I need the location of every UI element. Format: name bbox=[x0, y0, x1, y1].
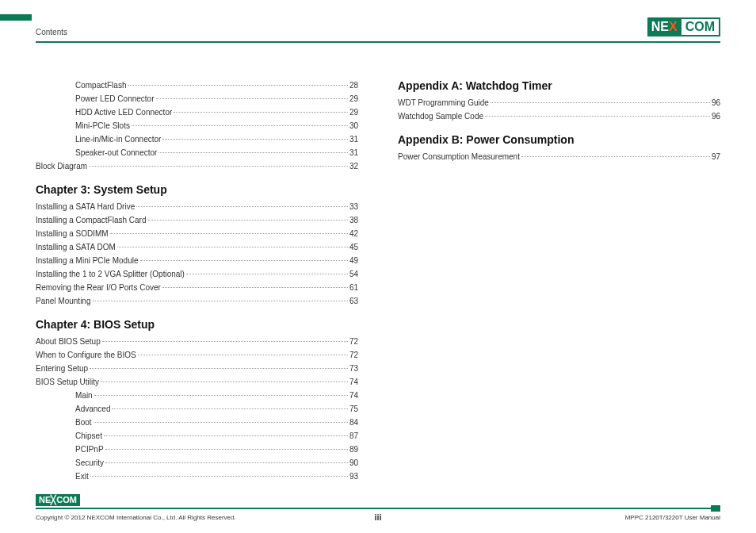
toc-entry[interactable]: BIOS Setup Utility74 bbox=[36, 376, 358, 388]
toc-leader-dots bbox=[162, 139, 347, 140]
toc-leader-dots bbox=[101, 382, 348, 382]
toc-leader-dots bbox=[94, 422, 348, 423]
toc-entry-page: 31 bbox=[349, 147, 358, 159]
toc-leader-dots bbox=[156, 98, 348, 99]
toc-entry[interactable]: Block Diagram32 bbox=[36, 160, 358, 172]
footer-logo: NE╳COM bbox=[36, 494, 80, 506]
toc-entry-label: Watchdog Sample Code bbox=[398, 110, 483, 122]
toc-entry-page: 38 bbox=[349, 214, 358, 226]
toc-entry[interactable]: About BIOS Setup72 bbox=[36, 336, 358, 347]
toc-entry[interactable]: Panel Mounting63 bbox=[36, 295, 358, 307]
toc-entry[interactable]: Security90 bbox=[36, 457, 358, 469]
toc-leader-dots bbox=[148, 220, 348, 220]
toc-entry-label: Installing a CompactFlash Card bbox=[36, 214, 147, 226]
toc-entry-label: Boot bbox=[75, 416, 92, 428]
toc-leader-dots bbox=[94, 395, 348, 396]
toc-entry-page: 30 bbox=[349, 120, 358, 132]
logo-right: COM bbox=[682, 17, 720, 36]
toc-entry-label: Exit bbox=[75, 470, 89, 482]
footer-copyright: Copyright © 2012 NEXCOM International Co… bbox=[36, 514, 264, 521]
toc-entry-page: 72 bbox=[349, 336, 358, 347]
toc-entry[interactable]: Installing the 1 to 2 VGA Splitter (Opti… bbox=[36, 268, 358, 280]
toc-entry-page: 84 bbox=[349, 416, 358, 428]
toc-entry[interactable]: Advanced75 bbox=[36, 403, 358, 415]
toc-leader-dots bbox=[105, 462, 348, 463]
toc-entry[interactable]: Chipset87 bbox=[36, 430, 358, 442]
toc-leader-dots bbox=[138, 355, 348, 355]
toc-entry-label: Mini-PCIe Slots bbox=[75, 120, 130, 132]
toc-entry-label: Line-in/Mic-in Connector bbox=[75, 133, 161, 145]
toc-entry[interactable]: Exit93 bbox=[36, 470, 358, 482]
toc-entry[interactable]: Installing a CompactFlash Card38 bbox=[36, 214, 358, 226]
toc-entry-page: 29 bbox=[349, 106, 358, 118]
heading-appendix-a: Appendix A: Watchdog Timer bbox=[398, 79, 720, 92]
toc-entry-label: About BIOS Setup bbox=[36, 336, 101, 347]
toc-entry[interactable]: Entering Setup73 bbox=[36, 362, 358, 374]
toc-entry[interactable]: Removing the Rear I/O Ports Cover61 bbox=[36, 282, 358, 293]
toc-entry-page: 63 bbox=[349, 295, 358, 307]
toc-entry-page: 75 bbox=[349, 403, 358, 415]
toc-entry-label: Panel Mounting bbox=[36, 295, 91, 307]
toc-entry[interactable]: Mini-PCIe Slots30 bbox=[36, 120, 358, 132]
toc-entry[interactable]: Boot84 bbox=[36, 416, 358, 428]
footer-manual-name: MPPC 2120T/3220T User Manual bbox=[492, 514, 720, 521]
toc-entry-label: Security bbox=[75, 457, 104, 469]
toc-entry[interactable]: Speaker-out Connector31 bbox=[36, 147, 358, 159]
toc-entry-page: 93 bbox=[349, 470, 358, 482]
toc-entry-page: 96 bbox=[712, 110, 720, 122]
brand-logo: NEX COM bbox=[647, 17, 720, 36]
toc-entry[interactable]: Installing a Mini PCIe Module49 bbox=[36, 255, 358, 266]
toc-leader-dots bbox=[128, 85, 347, 86]
toc-entry-label: CompactFlash bbox=[75, 79, 126, 91]
toc-entry-page: 97 bbox=[712, 151, 720, 163]
toc-entry-page: 49 bbox=[349, 255, 358, 266]
toc-entry[interactable]: Line-in/Mic-in Connector31 bbox=[36, 133, 358, 145]
toc-entry-label: Power LED Connector bbox=[75, 93, 155, 105]
toc-entry-label: PCIPnP bbox=[75, 443, 104, 455]
toc-entry-label: Advanced bbox=[75, 403, 110, 415]
heading-chapter-4: Chapter 4: BIOS Setup bbox=[36, 318, 358, 331]
toc-entry-page: 96 bbox=[712, 97, 720, 109]
toc-entry[interactable]: Main74 bbox=[36, 389, 358, 401]
toc-entry-page: 90 bbox=[349, 457, 358, 469]
toc-entry-label: BIOS Setup Utility bbox=[36, 376, 99, 388]
toc-entry[interactable]: Installing a SATA Hard Drive33 bbox=[36, 201, 358, 213]
toc-entry[interactable]: Installing a SATA DOM45 bbox=[36, 241, 358, 253]
toc-leader-dots bbox=[117, 247, 348, 247]
toc-entry[interactable]: Power Consumption Measurement97 bbox=[398, 151, 720, 163]
toc-entry-page: 61 bbox=[349, 282, 358, 293]
header-rule bbox=[36, 41, 720, 43]
toc-entry-label: Installing a SATA Hard Drive bbox=[36, 201, 135, 213]
toc-leader-dots bbox=[104, 435, 348, 436]
toc-entry[interactable]: PCIPnP89 bbox=[36, 443, 358, 455]
toc-entry-label: Removing the Rear I/O Ports Cover bbox=[36, 282, 161, 293]
toc-entry[interactable]: Installing a SODIMM42 bbox=[36, 228, 358, 240]
toc-entry-page: 29 bbox=[349, 93, 358, 105]
toc-leader-dots bbox=[132, 125, 348, 126]
toc-entry[interactable]: WDT Programming Guide96 bbox=[398, 97, 720, 109]
toc-leader-dots bbox=[140, 260, 348, 261]
toc-entry-label: Speaker-out Connector bbox=[75, 147, 157, 159]
toc-entry-label: Installing a SODIMM bbox=[36, 228, 109, 240]
header-accent bbox=[0, 14, 32, 21]
toc-entry[interactable]: CompactFlash28 bbox=[36, 79, 358, 91]
toc-entry-page: 32 bbox=[349, 160, 358, 172]
toc-entry-label: Block Diagram bbox=[36, 160, 87, 172]
toc-leader-dots bbox=[491, 102, 710, 103]
toc-leader-dots bbox=[174, 112, 348, 113]
toc-leader-dots bbox=[90, 368, 348, 369]
toc-leader-dots bbox=[162, 287, 348, 288]
toc-entry[interactable]: HDD Active LED Connector29 bbox=[36, 106, 358, 118]
toc-entry[interactable]: When to Configure the BIOS72 bbox=[36, 349, 358, 361]
toc-entry-page: 74 bbox=[349, 376, 358, 388]
toc-leader-dots bbox=[136, 206, 348, 207]
toc-entry[interactable]: Power LED Connector29 bbox=[36, 93, 358, 105]
toc-entry-label: Entering Setup bbox=[36, 362, 88, 374]
toc-entry-page: 45 bbox=[349, 241, 358, 253]
toc-entry[interactable]: Watchdog Sample Code96 bbox=[398, 110, 720, 122]
heading-appendix-b: Appendix B: Power Consumption bbox=[398, 133, 720, 146]
toc-leader-dots bbox=[521, 156, 710, 157]
toc-entry-page: 89 bbox=[349, 443, 358, 455]
toc-entry-page: 54 bbox=[349, 268, 358, 280]
toc-leader-dots bbox=[158, 152, 347, 153]
